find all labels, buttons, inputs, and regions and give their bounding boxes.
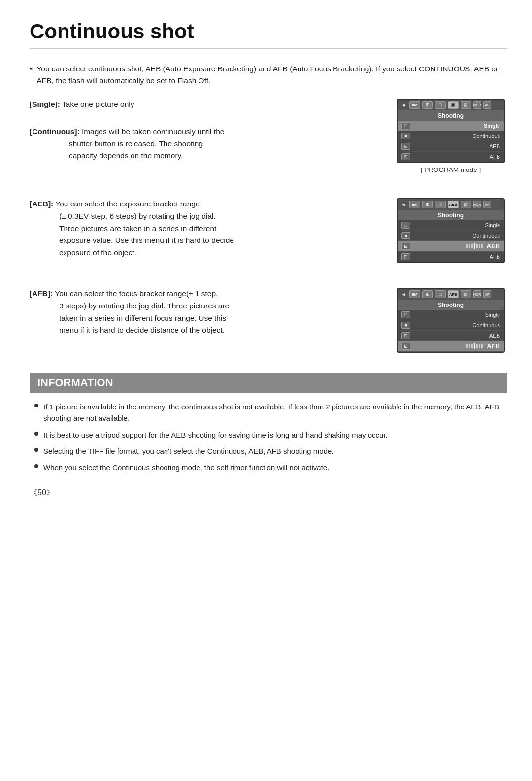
menu-row-single-afb: □ Single: [398, 310, 504, 320]
icon-folder: ▤: [461, 101, 471, 109]
info-bullet-1: If 1 picture is available in the memory,…: [34, 401, 507, 424]
icon-square-afb: □: [435, 290, 446, 298]
img-col-aeb: ◄ 8M ⊞ □ AEB ▤ NOR AF Shooting □ Single: [394, 198, 507, 263]
information-bullets: If 1 picture is available in the memory,…: [30, 401, 507, 473]
menu-row-afb-sel: ⊡ AFB: [398, 341, 504, 352]
bullet-dot-4: [34, 464, 38, 468]
row-label-afb: AFB: [414, 154, 500, 160]
camera-ui-afb: ◄ 8M ⊞ □ AFB ▤ NOR AF Shooting □ Single: [397, 288, 505, 353]
row-label-aeb: AEB: [414, 143, 500, 149]
img-col-afb: ◄ 8M ⊞ □ AFB ▤ NOR AF Shooting □ Single: [394, 288, 507, 353]
main-content: [Single]: Take one picture only [Continu…: [30, 99, 507, 368]
icon-square: □: [435, 101, 446, 109]
row-icon-aeb: ⊟: [401, 143, 410, 150]
section-single-continuous: [Single]: Take one picture only [Continu…: [30, 99, 507, 173]
icon-nor-aeb: NOR: [473, 201, 481, 208]
camera-top-bar-single: ◄ 8M ⊞ □ ▣ ▤ NOR AF: [398, 100, 504, 111]
menu-row-single-aeb: □ Single: [398, 220, 504, 231]
continuous-desc: [Continuous]: Images will be taken conti…: [30, 126, 384, 162]
row-icon-cont-afb: ■: [401, 322, 410, 329]
info-bullet-4: When you select the Continuous shooting …: [34, 462, 507, 473]
row-label-single-aeb: Single: [414, 222, 500, 228]
icon-af-aeb: AF: [483, 201, 491, 208]
aeb-desc: [AEB]: You can select the exposure brack…: [30, 198, 384, 259]
icon-folder-afb: ▤: [461, 290, 471, 298]
icon-8m: 8M: [409, 101, 420, 109]
section-afb: [AFB]: You can select the focus bracket …: [30, 288, 507, 353]
row-label-single: Single: [414, 123, 500, 129]
icon-8m-aeb: 8M: [409, 201, 420, 208]
camera-top-bar-aeb: ◄ 8M ⊞ □ AEB ▤ NOR AF: [398, 199, 504, 210]
icon-nor-afb: NOR: [473, 290, 481, 298]
menu-header-aeb: Shooting: [398, 210, 504, 220]
icon-8m-afb: 8M: [409, 290, 420, 298]
arrow-left-afb: ◄: [400, 291, 407, 297]
row-icon-aeb-sel: ⊟: [401, 243, 410, 250]
text-col-single: [Single]: Take one picture only [Continu…: [30, 99, 384, 173]
img-col-single: ◄ 8M ⊞ □ ▣ ▤ NOR AF Shooting □ Single: [394, 99, 507, 173]
menu-row-single-sel: □ Single: [398, 121, 504, 131]
icon-af: AF: [483, 101, 491, 109]
bullet-symbol: ▪: [30, 64, 33, 87]
page-number: 《50》: [30, 488, 507, 498]
camera-top-bar-afb: ◄ 8M ⊞ □ AFB ▤ NOR AF: [398, 289, 504, 300]
icon-square-aeb: □: [435, 201, 446, 208]
row-label-continuous: Continuous: [414, 133, 500, 139]
info-text-3: Selecting the TIFF file format, you can'…: [43, 445, 334, 457]
text-col-afb: [AFB]: You can select the focus bracket …: [30, 288, 384, 353]
row-icon-cont-aeb: ■: [401, 232, 410, 239]
information-header: INFORMATION: [30, 373, 507, 393]
row-icon-single-aeb: □: [401, 222, 410, 229]
menu-header-afb: Shooting: [398, 300, 504, 310]
menu-row-aeb: ⊟ AEB: [398, 141, 504, 152]
afb-desc: [AFB]: You can select the focus bracket …: [30, 288, 384, 337]
info-bullet-3: Selecting the TIFF file format, you can'…: [34, 445, 507, 457]
afb-bar: [414, 343, 483, 349]
aeb-bar: [414, 243, 483, 249]
row-icon-single: □: [401, 122, 410, 129]
row-label-afb-sel: AFB: [487, 342, 500, 350]
row-label-aeb-afb: AEB: [414, 333, 500, 339]
page-title: Continuous shot: [30, 20, 507, 49]
row-label-cont-afb: Continuous: [414, 322, 500, 328]
information-section: INFORMATION If 1 picture is available in…: [30, 373, 507, 473]
intro-block: ▪ You can select continuous shot, AEB (A…: [30, 63, 507, 87]
camera-menu-afb: Shooting □ Single ■ Continuous ⊟ AEB ⊡: [398, 300, 504, 352]
program-mode-label: [ PROGRAM mode ]: [421, 166, 481, 173]
icon-afb-sel: AFB: [448, 290, 459, 298]
icon-grid-afb: ⊞: [422, 290, 433, 298]
menu-row-afb: ⊡ AFB: [398, 152, 504, 162]
camera-ui-single: ◄ 8M ⊞ □ ▣ ▤ NOR AF Shooting □ Single: [397, 99, 505, 163]
row-label-cont-aeb: Continuous: [414, 233, 500, 238]
intro-text: You can select continuous shot, AEB (Aut…: [36, 63, 507, 87]
icon-nor: NOR: [473, 101, 481, 109]
text-col-aeb: [AEB]: You can select the exposure brack…: [30, 198, 384, 263]
camera-menu-aeb: Shooting □ Single ■ Continuous ⊟: [398, 210, 504, 262]
icon-af-afb: AF: [483, 290, 491, 298]
row-icon-afb-aeb: ⊡: [401, 253, 410, 260]
menu-row-cont-aeb: ■ Continuous: [398, 231, 504, 241]
icon-grid-aeb: ⊞: [422, 201, 433, 208]
row-label-single-afb: Single: [414, 312, 500, 318]
bullet-dot-2: [34, 432, 38, 436]
row-icon-single-afb: □: [401, 311, 410, 318]
camera-ui-aeb: ◄ 8M ⊞ □ AEB ▤ NOR AF Shooting □ Single: [397, 198, 505, 263]
row-label-aeb-sel: AEB: [487, 242, 500, 250]
row-icon-aeb-afb: ⊟: [401, 332, 410, 339]
menu-row-afb-aeb: ⊡ AFB: [398, 252, 504, 262]
menu-row-continuous: ■ Continuous: [398, 131, 504, 141]
info-text-4: When you select the Continuous shooting …: [43, 462, 329, 473]
arrow-left-aeb: ◄: [400, 202, 407, 207]
bullet-dot-1: [34, 404, 38, 407]
bullet-dot-3: [34, 448, 38, 452]
row-icon-afb: ⊡: [401, 153, 410, 160]
info-text-1: If 1 picture is available in the memory,…: [43, 401, 507, 424]
icon-grid: ⊞: [422, 101, 433, 109]
row-icon-continuous: ■: [401, 133, 410, 139]
menu-header-single: Shooting: [398, 111, 504, 121]
icon-single-sel: ▣: [448, 101, 459, 109]
menu-row-aeb-sel: ⊟ AEB: [398, 241, 504, 252]
row-label-afb-aeb: AFB: [414, 254, 500, 260]
section-aeb: [AEB]: You can select the exposure brack…: [30, 198, 507, 263]
menu-row-aeb-afb: ⊟ AEB: [398, 331, 504, 341]
